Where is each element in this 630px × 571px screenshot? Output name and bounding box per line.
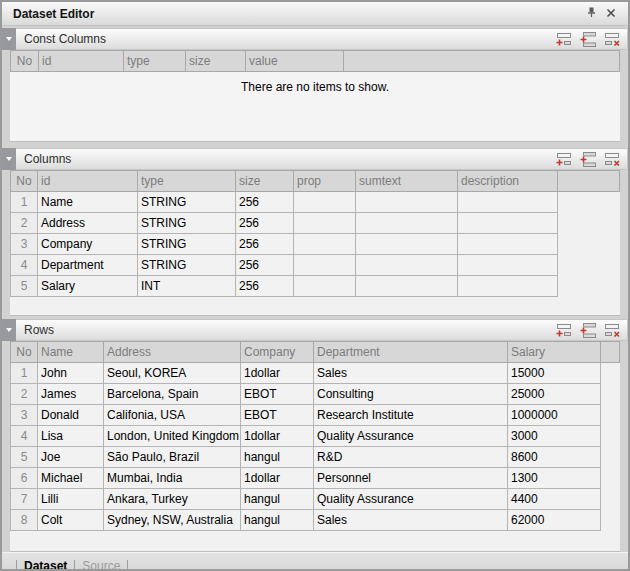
data-cell[interactable] <box>294 213 356 234</box>
data-cell[interactable]: 1dollar <box>241 426 314 447</box>
data-cell[interactable]: Address <box>38 213 138 234</box>
data-cell[interactable]: John <box>38 363 104 384</box>
close-button[interactable] <box>601 5 620 23</box>
data-cell[interactable]: STRING <box>138 213 236 234</box>
add-row-button[interactable] <box>556 152 573 167</box>
data-cell[interactable]: Michael <box>38 468 104 489</box>
data-cell[interactable]: 25000 <box>508 384 601 405</box>
data-cell[interactable]: EBOT <box>241 384 314 405</box>
data-cell[interactable]: Donald <box>38 405 104 426</box>
panel-title: Dataset Editor <box>13 7 582 21</box>
data-cell[interactable]: Lisa <box>38 426 104 447</box>
data-cell[interactable]: INT <box>138 276 236 297</box>
data-cell[interactable]: 8600 <box>508 447 601 468</box>
data-cell[interactable]: 62000 <box>508 510 601 531</box>
data-cell[interactable]: Department <box>38 255 138 276</box>
data-cell[interactable]: EBOT <box>241 405 314 426</box>
data-cell[interactable]: 1300 <box>508 468 601 489</box>
data-cell[interactable]: Ankara, Turkey <box>104 489 241 510</box>
delete-row-button[interactable] <box>604 323 621 338</box>
collapse-button[interactable] <box>2 148 16 170</box>
row-number-cell[interactable]: 4 <box>11 426 38 447</box>
data-cell[interactable]: London, United Kingdom <box>104 426 241 447</box>
add-row-button[interactable] <box>556 323 573 338</box>
data-cell[interactable]: James <box>38 384 104 405</box>
data-cell[interactable]: Joe <box>38 447 104 468</box>
data-cell[interactable]: 15000 <box>508 363 601 384</box>
data-cell[interactable]: 4400 <box>508 489 601 510</box>
data-cell[interactable] <box>458 213 558 234</box>
row-number-cell[interactable]: 6 <box>11 468 38 489</box>
data-cell[interactable] <box>356 192 458 213</box>
data-cell[interactable]: 256 <box>236 192 294 213</box>
pin-button[interactable] <box>582 5 601 23</box>
data-cell[interactable]: STRING <box>138 234 236 255</box>
row-number-cell[interactable]: 4 <box>11 255 38 276</box>
data-cell[interactable]: R&D <box>314 447 508 468</box>
data-cell[interactable]: Mumbai, India <box>104 468 241 489</box>
data-cell[interactable]: Research Institute <box>314 405 508 426</box>
data-cell[interactable]: hangul <box>241 489 314 510</box>
data-cell[interactable] <box>356 234 458 255</box>
data-cell[interactable] <box>294 234 356 255</box>
data-cell[interactable]: Sydney, NSW, Australia <box>104 510 241 531</box>
data-cell[interactable]: 256 <box>236 276 294 297</box>
data-cell[interactable] <box>458 234 558 255</box>
tab-dataset[interactable]: Dataset <box>24 559 67 571</box>
data-cell[interactable]: Sales <box>314 363 508 384</box>
data-cell[interactable]: Quality Assurance <box>314 426 508 447</box>
data-cell[interactable]: 256 <box>236 213 294 234</box>
data-cell[interactable]: Barcelona, Spain <box>104 384 241 405</box>
collapse-button[interactable] <box>2 319 16 341</box>
data-cell[interactable]: Personnel <box>314 468 508 489</box>
data-cell[interactable]: hangul <box>241 447 314 468</box>
data-cell[interactable] <box>294 255 356 276</box>
row-number-cell[interactable]: 1 <box>11 363 38 384</box>
data-cell[interactable]: Company <box>38 234 138 255</box>
data-cell[interactable]: 256 <box>236 234 294 255</box>
insert-row-button[interactable] <box>580 152 597 167</box>
data-cell[interactable]: 1dollar <box>241 363 314 384</box>
data-cell[interactable]: STRING <box>138 192 236 213</box>
data-cell[interactable]: Salary <box>38 276 138 297</box>
data-cell[interactable] <box>356 213 458 234</box>
data-cell[interactable]: Consulting <box>314 384 508 405</box>
row-number-cell[interactable]: 7 <box>11 489 38 510</box>
row-number-cell[interactable]: 5 <box>11 276 38 297</box>
data-cell[interactable]: hangul <box>241 510 314 531</box>
data-cell[interactable]: Quality Assurance <box>314 489 508 510</box>
data-cell[interactable]: Sales <box>314 510 508 531</box>
row-number-cell[interactable]: 2 <box>11 384 38 405</box>
data-cell[interactable] <box>294 192 356 213</box>
data-cell[interactable] <box>458 276 558 297</box>
data-cell[interactable] <box>458 255 558 276</box>
row-number-cell[interactable]: 5 <box>11 447 38 468</box>
row-number-cell[interactable]: 2 <box>11 213 38 234</box>
data-cell[interactable] <box>356 255 458 276</box>
tab-source[interactable]: Source <box>82 559 120 571</box>
data-cell[interactable]: Colt <box>38 510 104 531</box>
collapse-button[interactable] <box>2 28 16 50</box>
row-number-cell[interactable]: 3 <box>11 234 38 255</box>
data-cell[interactable]: São Paulo, Brazil <box>104 447 241 468</box>
data-cell[interactable] <box>356 276 458 297</box>
row-number-cell[interactable]: 8 <box>11 510 38 531</box>
insert-row-button[interactable] <box>580 32 597 47</box>
data-cell[interactable]: 1000000 <box>508 405 601 426</box>
delete-row-button[interactable] <box>604 32 621 47</box>
data-cell[interactable]: Seoul, KOREA <box>104 363 241 384</box>
delete-row-button[interactable] <box>604 152 621 167</box>
data-cell[interactable]: Califonia, USA <box>104 405 241 426</box>
data-cell[interactable] <box>294 276 356 297</box>
data-cell[interactable]: Name <box>38 192 138 213</box>
insert-row-button[interactable] <box>580 323 597 338</box>
data-cell[interactable]: STRING <box>138 255 236 276</box>
row-number-cell[interactable]: 1 <box>11 192 38 213</box>
row-number-cell[interactable]: 3 <box>11 405 38 426</box>
add-row-button[interactable] <box>556 32 573 47</box>
data-cell[interactable]: 1dollar <box>241 468 314 489</box>
data-cell[interactable]: 256 <box>236 255 294 276</box>
data-cell[interactable] <box>458 192 558 213</box>
data-cell[interactable]: Lilli <box>38 489 104 510</box>
data-cell[interactable]: 3000 <box>508 426 601 447</box>
